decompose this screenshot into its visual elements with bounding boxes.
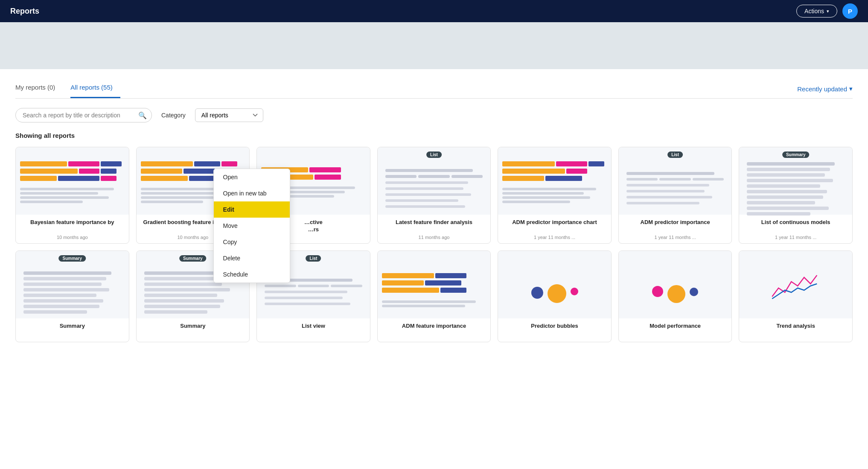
card-thumbnail-feature-finder: List: [378, 147, 491, 215]
card-body: List view: [257, 318, 370, 342]
card-dots2[interactable]: Model performance: [618, 251, 732, 342]
card-body: Predictor bubbles: [498, 318, 611, 342]
card-body: ADM predictor importance chart 1 year 11…: [498, 215, 611, 243]
card-body: ADM predictor importance 1 year 11 month…: [619, 215, 732, 243]
card-line-chart[interactable]: Trend analysis: [739, 251, 853, 342]
card-body: Trend analysis: [739, 318, 852, 342]
tabs-row: My reports (0) All reports (55) Recently…: [15, 79, 853, 99]
card-body: Model performance: [619, 318, 732, 342]
card-title: Trend analysis: [743, 323, 848, 336]
line-chart-svg: [743, 269, 848, 303]
filter-row: 🔍 Category All reports My reports Shared: [15, 108, 853, 122]
card-date: 1 year 11 months ...: [743, 235, 848, 240]
card-summary-1[interactable]: Summary Summary: [15, 251, 129, 342]
card-body: Summary: [16, 318, 129, 342]
main-content: My reports (0) All reports (55) Recently…: [0, 69, 868, 469]
card-title: Predictor bubbles: [502, 323, 607, 336]
card-badge-list3: List: [306, 255, 321, 262]
avatar[interactable]: P: [842, 3, 858, 19]
card-badge-summary1: Summary: [58, 255, 86, 262]
card-thumbnail-adm-chart: [498, 147, 611, 215]
chevron-down-icon: ▾: [849, 85, 853, 93]
card-bar-row2[interactable]: ADM feature importance: [377, 251, 491, 342]
card-badge-summary2: Summary: [179, 255, 207, 262]
card-thumbnail-bar-row2: [378, 251, 491, 318]
card-body: List of continuous models 1 year 11 mont…: [739, 215, 852, 243]
showing-label: Showing all reports: [15, 132, 853, 139]
card-title: Summary: [141, 323, 245, 336]
card-badge-list: List: [426, 151, 442, 158]
card-bayesian[interactable]: Bayesian feature importance by 10 months…: [15, 147, 129, 244]
context-menu-schedule[interactable]: Schedule: [214, 266, 290, 283]
card-body: Latest feature finder analysis 11 months…: [378, 215, 491, 243]
category-select[interactable]: All reports My reports Shared: [195, 108, 263, 122]
top-bar: Reports Actions ▾ P: [0, 0, 868, 22]
card-body: ADM feature importance: [378, 318, 491, 342]
actions-button[interactable]: Actions ▾: [796, 5, 837, 17]
card-date: 1 year 11 months ...: [623, 235, 728, 240]
page-title: Reports: [10, 7, 39, 16]
card-gradient-boosting[interactable]: Gradient boosting feature importance 10 …: [136, 147, 250, 244]
category-label: Category: [161, 112, 186, 119]
card-title: ADM predictor importance: [623, 219, 728, 233]
card-body: Summary: [137, 318, 250, 342]
tabs-container: My reports (0) All reports (55): [15, 79, 128, 98]
chevron-down-icon: ▾: [827, 9, 829, 14]
context-menu-move[interactable]: Move: [214, 218, 290, 234]
search-icon-button[interactable]: 🔍: [138, 111, 147, 119]
card-date: 1 year 11 months ...: [502, 235, 607, 240]
card-thumbnail-dots: [498, 251, 611, 318]
card-adm-predictor-list[interactable]: List ADM predictor importance 1 year: [618, 147, 732, 244]
tab-my-reports[interactable]: My reports (0): [15, 79, 63, 98]
card-title: ADM feature importance: [382, 323, 486, 336]
card-thumbnail-bayesian: [16, 147, 129, 215]
card-title: Bayesian feature importance by: [20, 219, 125, 233]
search-input[interactable]: [15, 108, 152, 122]
card-thumbnail-adm-list: List: [619, 147, 732, 215]
context-menu-open-new-tab[interactable]: Open in new tab: [214, 185, 290, 201]
card-continuous-models[interactable]: Summary List of continuous models 1 year…: [739, 147, 853, 244]
cards-grid-row1: Bayesian feature importance by 10 months…: [15, 147, 853, 244]
context-menu-delete[interactable]: Delete: [214, 250, 290, 266]
card-thumbnail-line-chart: [739, 251, 852, 318]
card-date: 10 months ago: [20, 235, 125, 240]
card-adm-predictor-chart[interactable]: ADM predictor importance chart 1 year 11…: [498, 147, 612, 244]
card-title: Latest feature finder analysis: [382, 219, 486, 233]
card-title: Summary: [20, 323, 125, 336]
search-wrapper: 🔍: [15, 108, 152, 122]
context-menu: Open Open in new tab Edit Move Copy Dele…: [213, 169, 290, 283]
card-badge-summary: Summary: [782, 151, 810, 158]
card-thumbnail-summary1: Summary: [16, 251, 129, 318]
card-title: List of continuous models: [743, 219, 848, 233]
card-dots[interactable]: Predictor bubbles: [498, 251, 612, 342]
context-menu-open[interactable]: Open: [214, 169, 290, 185]
context-menu-copy[interactable]: Copy: [214, 234, 290, 250]
card-body: Bayesian feature importance by 10 months…: [16, 215, 129, 243]
recently-updated-dropdown[interactable]: Recently updated ▾: [797, 85, 853, 93]
card-date: 11 months ago: [382, 235, 486, 240]
card-title: ADM predictor importance chart: [502, 219, 607, 233]
card-badge-list2: List: [667, 151, 683, 158]
cards-grid-row2: Summary Summary Summary: [15, 251, 853, 342]
card-thumbnail-dots2: [619, 251, 732, 318]
tab-all-reports[interactable]: All reports (55): [70, 79, 120, 98]
banner-area: [0, 22, 868, 69]
card-title: List view: [261, 323, 366, 336]
card-title: Model performance: [623, 323, 728, 336]
context-menu-edit[interactable]: Edit: [214, 201, 290, 218]
card-feature-finder[interactable]: List Latest feature finder analys: [377, 147, 491, 244]
card-thumbnail-continuous: Summary: [739, 147, 852, 215]
top-bar-right: Actions ▾ P: [796, 3, 858, 19]
